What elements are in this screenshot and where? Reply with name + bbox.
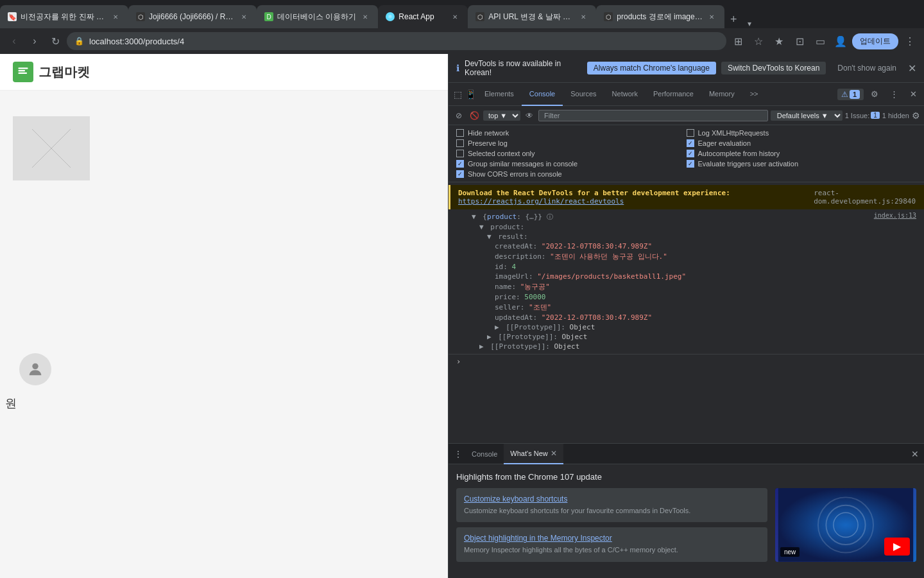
tab-3-title: 데이터베이스 이용하기	[277, 12, 356, 22]
tab-5[interactable]: ⬡ API URL 변경 & 날짜 파싱 추가... ✕	[468, 5, 596, 28]
profile-button[interactable]: 👤	[832, 32, 850, 50]
console-settings-icon[interactable]: ⚙	[912, 110, 920, 121]
tree-proto-root[interactable]: ▶ [[Prototype]]: Object	[456, 342, 694, 351]
banner-close-button[interactable]: ✕	[908, 62, 916, 74]
tab-1[interactable]: 🔖 비전공자를 위한 진짜 입문 올인... ✕	[0, 5, 128, 28]
tab-console[interactable]: Console	[522, 83, 563, 106]
tree-seller[interactable]: seller: "조덴"	[456, 302, 694, 313]
switch-devtools-korean-button[interactable]: Switch DevTools to Korean	[721, 62, 826, 74]
tab-more[interactable]: >>	[742, 83, 766, 106]
tab-2[interactable]: ⬡ Joji6666 (Joji6666) / Repo... ✕	[128, 5, 257, 28]
tree-name[interactable]: name: "농구공"	[456, 281, 694, 292]
whats-new-close[interactable]: ✕	[551, 449, 557, 458]
option-show-cors[interactable]: Show CORS errors in console	[456, 169, 687, 179]
bottom-menu-dots[interactable]: ⋮	[454, 449, 463, 459]
context-dropdown[interactable]: top ▼	[483, 110, 520, 121]
tab-4-active[interactable]: ⚛ React App ✕	[378, 5, 468, 28]
more-options-icon[interactable]: ⋮	[886, 86, 902, 103]
tab-sources[interactable]: Sources	[563, 83, 604, 106]
console-prompt[interactable]: ›	[449, 355, 924, 369]
tree-proto-result[interactable]: ▶ [[Prototype]]: Object	[456, 322, 694, 332]
selected-context-checkbox[interactable]	[456, 150, 464, 157]
extensions-button[interactable]: ⊡	[791, 32, 809, 50]
update-button[interactable]: 업데이트	[852, 33, 898, 49]
default-levels-dropdown[interactable]: Default levels ▼	[771, 110, 843, 121]
filter-icon[interactable]: 🚫	[468, 109, 481, 122]
warning-file-link[interactable]: react-dom.development.js:29840	[814, 189, 916, 206]
evaluate-triggers-checkbox[interactable]	[687, 160, 694, 168]
sidebar-button[interactable]: ▭	[811, 32, 829, 50]
log-file-link[interactable]: index.js:13	[874, 212, 916, 351]
tree-root[interactable]: ▼ {product: {…}} ⓘ	[456, 212, 694, 222]
tree-product[interactable]: ▼ product:	[456, 222, 694, 232]
close-devtools-button[interactable]: ✕	[905, 86, 921, 103]
dont-show-again-button[interactable]: Don't show again	[831, 62, 903, 74]
play-button[interactable]: ▶	[884, 538, 910, 556]
tab-6[interactable]: ⬡ products 경로에 imageUrl 필... ✕	[596, 5, 724, 28]
bookmark-button[interactable]: ☆	[749, 32, 767, 50]
tab-3-close[interactable]: ✕	[360, 12, 370, 22]
whats-new-item-1-title[interactable]: Object highlighting in the Memory Inspec…	[464, 534, 760, 543]
hide-network-checkbox[interactable]	[456, 129, 464, 137]
log-xml-checkbox[interactable]	[687, 129, 694, 137]
tab-6-close[interactable]: ✕	[706, 12, 717, 22]
star-button[interactable]: ★	[770, 32, 788, 50]
new-tab-button[interactable]: +	[724, 10, 742, 28]
eye-icon[interactable]: 👁	[523, 109, 536, 122]
tab-network[interactable]: Network	[604, 83, 646, 106]
option-log-xml[interactable]: Log XMLHttpRequests	[687, 128, 917, 138]
whats-new-video[interactable]: ▶ new	[775, 488, 916, 562]
tab-5-close[interactable]: ✕	[578, 12, 588, 22]
eager-eval-checkbox[interactable]	[687, 139, 694, 147]
option-selected-context[interactable]: Selected context only	[456, 148, 687, 159]
back-button[interactable]: ‹	[5, 32, 23, 50]
autocomplete-checkbox[interactable]	[687, 150, 694, 157]
bottom-tab-whats-new[interactable]: What's New ✕	[504, 444, 563, 464]
forward-button[interactable]: ›	[26, 32, 44, 50]
issues-indicator[interactable]: 1 Issue: 1	[845, 112, 880, 119]
console-filter-input[interactable]	[538, 110, 768, 121]
tree-createdat[interactable]: createdAt: "2022-12-07T08:30:47.989Z"	[456, 241, 694, 251]
tree-info-icon[interactable]: ⓘ	[547, 213, 553, 220]
menu-button[interactable]: ⋮	[901, 32, 919, 50]
option-evaluate-triggers[interactable]: Evaluate triggers user activation	[687, 159, 917, 169]
tab-1-close[interactable]: ✕	[110, 12, 121, 22]
tab-memory[interactable]: Memory	[701, 83, 742, 106]
tree-proto-product[interactable]: ▶ [[Prototype]]: Object	[456, 332, 694, 342]
whats-new-item-0[interactable]: Customize keyboard shortcuts Customize k…	[456, 488, 767, 522]
tree-imageurl[interactable]: imageUrl: "/images/products/basketball1.…	[456, 272, 694, 281]
address-bar[interactable]: 🔒 localhost:3000/products/4	[67, 32, 726, 50]
tab-performance[interactable]: Performance	[646, 83, 701, 106]
settings-icon[interactable]: ⚙	[866, 86, 883, 103]
clear-console-icon[interactable]: ⊘	[452, 109, 465, 122]
tab-elements[interactable]: Elements	[477, 83, 522, 106]
tree-updatedat[interactable]: updatedAt: "2022-12-07T08:30:47.989Z"	[456, 313, 694, 322]
tab-dropdown[interactable]: ▾	[742, 19, 757, 28]
whats-new-item-1[interactable]: Object highlighting in the Memory Inspec…	[456, 527, 767, 561]
reload-button[interactable]: ↻	[46, 32, 64, 50]
tree-price[interactable]: price: 50000	[456, 292, 694, 302]
devtools-device-icon[interactable]: 📱	[464, 86, 477, 103]
tree-result[interactable]: ▼ result:	[456, 232, 694, 241]
option-eager-eval[interactable]: Eager evaluation	[687, 138, 917, 148]
devtools-inspect-icon[interactable]: ⬚	[451, 86, 464, 103]
tree-description[interactable]: description: "조덴이 사용하던 농구공 입니다."	[456, 251, 694, 262]
issues-badge-container[interactable]: ⚠ 1	[837, 89, 864, 100]
show-cors-checkbox[interactable]	[456, 170, 464, 178]
preserve-log-checkbox[interactable]	[456, 139, 464, 147]
tab-2-close[interactable]: ✕	[239, 12, 249, 22]
option-preserve-log[interactable]: Preserve log	[456, 138, 687, 148]
bottom-tab-console[interactable]: Console	[465, 444, 504, 464]
option-autocomplete[interactable]: Autocomplete from history	[687, 148, 917, 159]
group-similar-checkbox[interactable]	[456, 160, 464, 168]
whats-new-item-0-title[interactable]: Customize keyboard shortcuts	[464, 495, 760, 504]
translate-button[interactable]: ⊞	[729, 32, 747, 50]
react-devtools-link[interactable]: https://reactjs.org/link/react-devtools	[458, 197, 624, 206]
option-group-similar[interactable]: Group similar messages in console	[456, 159, 687, 169]
tab-4-close[interactable]: ✕	[450, 12, 460, 22]
always-match-language-button[interactable]: Always match Chrome's language	[587, 62, 716, 74]
bottom-panel-close[interactable]: ✕	[911, 449, 919, 459]
option-hide-network[interactable]: Hide network	[456, 128, 687, 138]
tab-3[interactable]: D 데이터베이스 이용하기 ✕	[257, 5, 378, 28]
tree-id[interactable]: id: 4	[456, 262, 694, 272]
